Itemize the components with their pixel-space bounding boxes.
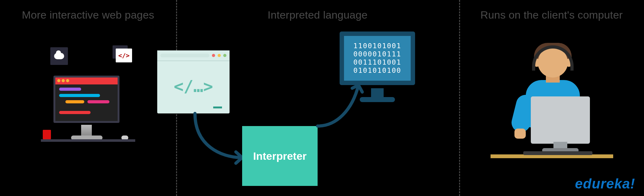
interpreter-label: Interpreter [253, 150, 307, 162]
output-monitor-stand [371, 88, 384, 98]
web-dev-illustration: </> [41, 47, 135, 167]
code-glyph: </…> [157, 61, 230, 112]
desktop-monitor-icon [53, 76, 119, 123]
binary-output-monitor-icon: 1100101001 0000010111 0011101001 0101010… [340, 32, 415, 85]
monitor-stand [81, 125, 92, 136]
panel-interactive-web: More interactive web pages </> [0, 0, 176, 196]
keyboard-icon [523, 151, 592, 155]
user-at-computer-illustration [491, 47, 613, 173]
coffee-cup-icon [43, 130, 51, 139]
binary-text: 1100101001 0000010111 0011101001 0101010… [353, 42, 401, 75]
cloud-icon [50, 47, 68, 65]
interpreter-box: Interpreter [242, 126, 318, 186]
source-code-window-icon: </…> [157, 50, 230, 113]
arrow-interpreter-to-output [314, 79, 365, 129]
panel1-heading: More interactive web pages [0, 9, 176, 21]
client-monitor-back [531, 96, 590, 144]
brand-logo: edureka! [575, 176, 635, 192]
panel2-heading: Interpreted language [176, 9, 459, 21]
panel3-heading: Runs on the client's computer [459, 9, 644, 21]
desk-surface [41, 139, 135, 142]
code-window-icon: </> [113, 45, 132, 63]
